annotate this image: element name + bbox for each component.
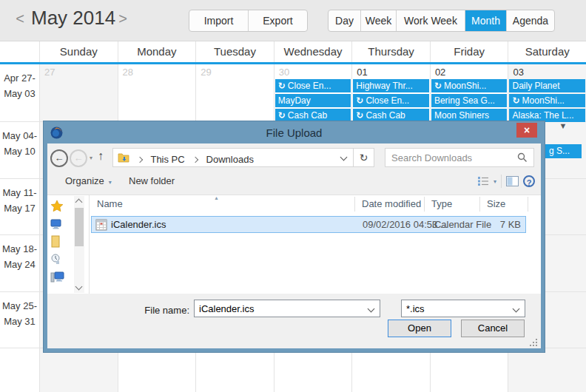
view-week-button[interactable]: Week (360, 10, 396, 31)
view-agenda-button[interactable]: Agenda (506, 10, 554, 31)
calendar-event[interactable]: ↻MoonShi... (431, 79, 508, 92)
day-cell[interactable]: 27 (39, 64, 118, 121)
refresh-button[interactable]: ↻ (353, 148, 374, 167)
column-header-name[interactable]: Name (97, 195, 123, 213)
breadcrumb-this-pc[interactable]: This PC (150, 154, 184, 165)
week-label-column-header (0, 41, 39, 62)
dialog-content: ← ← ▾ ↑ This PC Downloads (47, 143, 541, 348)
search-icon (517, 152, 528, 163)
breadcrumb-downloads[interactable]: Downloads (206, 154, 254, 165)
more-events-indicator[interactable]: ▼ (555, 121, 571, 130)
recent-places-icon[interactable] (50, 254, 61, 265)
day-cell[interactable]: 29 (195, 64, 274, 121)
preview-pane-icon[interactable] (506, 176, 519, 186)
computer-icon[interactable] (50, 271, 64, 283)
file-browser-area: ▲ Name Date modified Type Size (47, 195, 541, 294)
icalendar-file-icon (95, 219, 107, 231)
day-cell[interactable] (39, 348, 118, 392)
favorites-icon[interactable] (50, 200, 64, 213)
file-name-input[interactable]: iCalender.ics (194, 300, 380, 317)
scrollbar-thumb[interactable] (75, 208, 84, 246)
day-cell[interactable]: 28 (118, 64, 196, 121)
view-day-button[interactable]: Day (329, 10, 360, 31)
navigation-pane (47, 195, 74, 294)
address-dropdown-icon[interactable] (340, 154, 348, 161)
day-cell[interactable]: 01 Highway Thr... ↻Close En... ↻Cash Cab (351, 64, 430, 121)
column-header-type[interactable]: Type (431, 195, 452, 213)
view-dropdown-icon[interactable]: ▾ (494, 178, 496, 185)
sort-ascending-icon: ▲ (214, 195, 219, 200)
this-pc-icon[interactable] (50, 219, 61, 229)
column-divider[interactable] (354, 197, 355, 212)
chevron-down-icon (368, 305, 375, 313)
help-icon[interactable]: ? (523, 175, 535, 187)
file-size: 7 KB (476, 219, 521, 230)
app-window: < May 2014 > Import Export Day Week Work… (0, 0, 586, 392)
column-header-date-modified[interactable]: Date modified (362, 195, 421, 213)
file-name: iCalender.ics (111, 219, 166, 230)
day-cell[interactable] (274, 348, 352, 392)
downloads-folder-icon (118, 152, 129, 166)
search-box[interactable]: Search Downloads (385, 148, 534, 167)
day-header-sunday: Sunday (39, 41, 118, 62)
file-upload-dialog: File Upload × ← ← ▾ ↑ T (43, 121, 545, 353)
cancel-button[interactable]: Cancel (461, 320, 525, 337)
day-cell[interactable] (508, 348, 586, 392)
day-cell[interactable]: 30 ↻Close En... MayDay ↻Cash Cab (274, 64, 352, 121)
day-cell[interactable] (351, 348, 430, 392)
day-cell[interactable] (118, 348, 196, 392)
chevron-down-icon (513, 305, 520, 313)
column-divider[interactable] (528, 197, 528, 212)
organize-dropdown-icon: ▾ (109, 179, 112, 186)
calendar-event[interactable]: ↻Close En... (275, 79, 351, 92)
scroll-up-icon[interactable] (75, 199, 83, 206)
week-label: May 18-May 24 (0, 235, 39, 291)
column-divider[interactable] (424, 197, 425, 212)
day-cell[interactable] (430, 348, 508, 392)
view-month-button[interactable]: Month (465, 10, 506, 31)
column-divider[interactable] (479, 197, 480, 212)
up-one-level-button[interactable]: ↑ (98, 149, 104, 163)
calendar-event[interactable]: ↻MoonShi... (509, 94, 585, 107)
open-button[interactable]: Open (388, 320, 451, 337)
view-workweek-button[interactable]: Work Week (396, 10, 465, 31)
week-label: Apr 27-May 03 (0, 64, 39, 121)
calendar-event[interactable]: Daily Planet (509, 79, 585, 92)
column-header-size[interactable]: Size (487, 195, 505, 213)
new-folder-button[interactable]: New folder (129, 175, 175, 186)
prev-month-icon[interactable]: < (13, 10, 27, 27)
calendar-event[interactable]: ↻Close En... (353, 94, 429, 107)
dialog-title: File Upload (44, 121, 545, 144)
commands-toolbar: Organize▾ New folder ▾ ? (47, 173, 541, 191)
sidebar-scrollbar[interactable] (74, 196, 84, 293)
scroll-down-icon[interactable] (75, 283, 83, 291)
resize-grip[interactable] (530, 339, 537, 346)
day-cell[interactable]: 03 Daily Planet ↻MoonShi... Alaska: The … (508, 64, 586, 121)
import-button[interactable]: Import (189, 10, 248, 31)
file-type-select[interactable]: *.ics (401, 300, 525, 317)
folder-icon[interactable] (50, 235, 61, 248)
back-button[interactable]: ← (50, 149, 68, 167)
close-button[interactable]: × (516, 123, 537, 138)
calendar-toolbar: < May 2014 > Import Export Day Week Work… (0, 0, 586, 41)
calendar-event[interactable]: Bering Sea G... (431, 94, 508, 107)
address-bar[interactable]: This PC Downloads (112, 148, 354, 167)
change-view-icon[interactable] (477, 176, 489, 186)
next-month-icon[interactable]: > (116, 10, 129, 27)
recent-locations-dropdown-icon[interactable]: ▾ (90, 155, 92, 161)
calendar-event[interactable]: MayDay (275, 94, 351, 107)
day-header-saturday: Saturday (508, 41, 586, 62)
file-row-selected[interactable]: iCalender.ics 09/02/2016 04:53 ... iCale… (91, 216, 526, 233)
day-cell[interactable] (195, 348, 274, 392)
export-button[interactable]: Export (248, 10, 307, 31)
breadcrumb-separator-icon (192, 157, 198, 163)
recurrence-icon: ↻ (278, 81, 286, 91)
calendar-event[interactable]: Highway Thr... (353, 79, 429, 92)
breadcrumb-separator-icon (137, 157, 143, 163)
toolbar-divider (501, 175, 502, 188)
week-label (0, 348, 39, 392)
organize-menu[interactable]: Organize▾ (65, 175, 112, 186)
forward-button[interactable]: ← (70, 149, 87, 167)
day-header-wednesday: Wednesday (274, 41, 352, 62)
day-cell[interactable]: 02 ↻MoonShi... Bering Sea G... Moon Shin… (430, 64, 508, 121)
